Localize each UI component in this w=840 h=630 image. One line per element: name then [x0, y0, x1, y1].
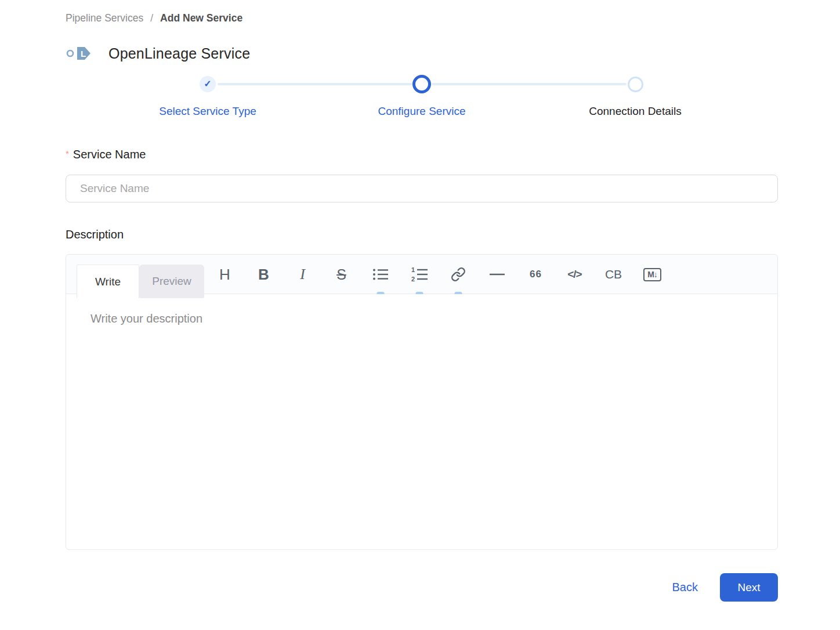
numbered-list-icon[interactable]: 1 2 — [400, 255, 439, 294]
bold-glyph: B — [258, 266, 269, 284]
description-label: Description — [66, 228, 124, 241]
italic-icon[interactable]: I — [283, 255, 322, 294]
horizontal-rule-icon[interactable] — [477, 255, 516, 294]
heading-glyph: H — [219, 266, 230, 284]
bullet-list-icon[interactable] — [361, 255, 400, 294]
step-completed-circle: ✓ — [200, 76, 216, 92]
bold-icon[interactable]: B — [244, 255, 283, 294]
step-label-configure-service: Configure Service — [329, 105, 515, 118]
service-name-input[interactable] — [66, 175, 778, 202]
next-button[interactable]: Next — [720, 573, 778, 602]
link-icon[interactable] — [439, 255, 477, 294]
editor-toolbar-buttons: H B I S 1 2 — [205, 255, 672, 294]
editor-toolbar: Write Preview H B I S — [66, 255, 777, 294]
step-pending-circle — [628, 77, 643, 92]
markdown-icon[interactable]: M↓ — [633, 255, 672, 294]
markdown-glyph: M↓ — [643, 268, 661, 281]
step-label-connection-details: Connection Details — [542, 105, 728, 118]
description-editor: Write Preview H B I S — [66, 254, 778, 550]
service-name-label-text: Service Name — [73, 148, 146, 161]
required-asterisk: * — [66, 149, 69, 158]
description-textarea[interactable] — [66, 294, 777, 550]
editor-tabs: Write Preview — [77, 265, 204, 298]
svg-text:1: 1 — [411, 267, 415, 273]
service-name-label: *Service Name — [66, 148, 146, 161]
code-icon[interactable]: </> — [555, 255, 594, 294]
code-glyph: </> — [567, 268, 581, 281]
step-connector-2 — [432, 83, 627, 85]
italic-glyph: I — [300, 266, 305, 283]
strikethrough-icon[interactable]: S — [322, 255, 361, 294]
page: Pipeline Services / Add New Service L Op… — [66, 0, 778, 630]
strikethrough-glyph: S — [336, 266, 346, 283]
tab-preview[interactable]: Preview — [139, 265, 204, 298]
check-icon: ✓ — [204, 79, 211, 89]
code-block-icon[interactable]: CB — [594, 255, 633, 294]
quote-glyph: 66 — [530, 269, 542, 280]
heading-icon[interactable]: H — [205, 255, 244, 294]
stepper: ✓ Select Service Type Configure Service … — [66, 0, 778, 128]
code-block-glyph: CB — [605, 267, 622, 281]
editor-body — [66, 294, 777, 550]
step-active-circle — [412, 75, 431, 93]
tab-write[interactable]: Write — [77, 265, 139, 298]
svg-text:2: 2 — [411, 276, 415, 282]
step-connector-1 — [218, 83, 412, 85]
back-button[interactable]: Back — [672, 581, 698, 594]
quote-icon[interactable]: 66 — [516, 255, 555, 294]
footer-actions: Back Next — [66, 573, 778, 602]
step-label-select-service-type: Select Service Type — [115, 105, 300, 118]
